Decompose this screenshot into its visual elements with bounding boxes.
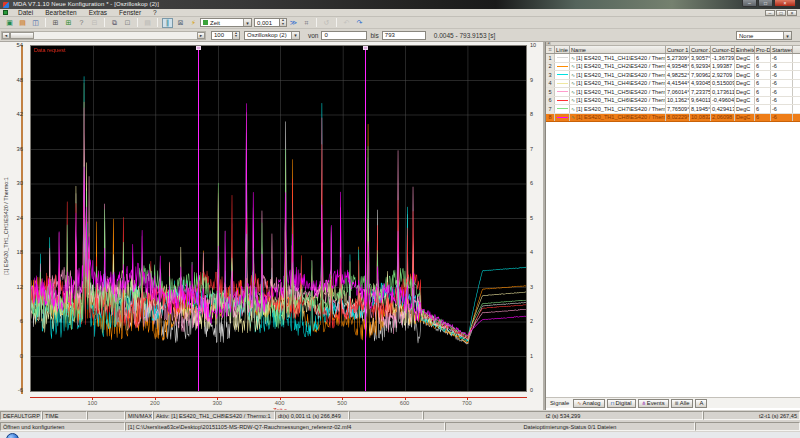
windows-start-orb[interactable] [6, 433, 19, 438]
cursor-1[interactable] [198, 46, 199, 391]
start-value: -6 [771, 71, 793, 79]
view-select[interactable]: Oszilloskop (2) ▾ [244, 31, 300, 40]
open-config-icon[interactable]: ▤ [17, 18, 28, 28]
table-row[interactable]: 2∿[1] ES420_TH1_CH2\ES420 / Thermo:14,93… [546, 63, 800, 72]
active-signal-cell: Aktiv: [1] ES420_TH1_CH8\ES420 / Thermo:… [153, 411, 275, 420]
header-cursor-diff[interactable]: Cursor-Diff. [711, 46, 735, 53]
table-row[interactable]: 8∿[1] ES420_TH1_CH8\ES420 / Thermo:18,02… [546, 114, 800, 123]
table-row[interactable]: 3∿[1] ES420_TH1_CH3\ES420 / Thermo:14,98… [546, 71, 800, 80]
table-row[interactable]: 1∿[1] ES420_TH1_CH1\ES420 / Thermo:15,27… [546, 54, 800, 63]
tab-a[interactable]: A [695, 399, 707, 408]
pan-icon[interactable]: ↺ [321, 18, 332, 28]
new-config-icon[interactable]: ▣ [4, 18, 15, 28]
sync-icon: ≫ [290, 19, 297, 27]
scroll-right-icon[interactable]: ► [197, 32, 205, 39]
cursor2-value: 10,0832° [690, 114, 711, 122]
header-einheiten[interactable]: Einheiten [735, 46, 755, 53]
new-window-icon[interactable]: ⊞ [50, 18, 61, 28]
mdi-restore-button[interactable]: □ [776, 10, 786, 16]
mdi-minimize-button[interactable]: – [765, 10, 775, 16]
add-window-icon[interactable]: ⊞ [63, 18, 74, 28]
row-number: 3 [546, 71, 555, 79]
tab-signale[interactable]: Signale [550, 400, 569, 406]
maximize-button[interactable]: □ [758, 0, 773, 7]
zoom-stepper[interactable]: ▲▼ [233, 31, 240, 40]
status-message: Öffnen und konfigurieren [0, 422, 125, 431]
save-config-icon: ◫ [32, 19, 39, 27]
mdi-close-button[interactable]: × [787, 10, 797, 16]
minmax-cell: MIN/MAX [125, 411, 153, 420]
header-cursor2[interactable]: Cursor 2 [690, 46, 711, 53]
minimize-button[interactable]: – [742, 0, 757, 7]
time-master-cell: TIME [42, 411, 87, 420]
zoom-percent-field[interactable]: 100 [211, 31, 233, 40]
table-row[interactable]: 7∿[1] ES420_TH1_CH7\ES420 / Thermo:17,76… [546, 105, 800, 114]
time-scrollbar[interactable]: ◄ ► [1, 31, 206, 40]
cursor-diff-value: -0,496046 [711, 97, 735, 105]
tab-analog[interactable]: ∿Analog [573, 399, 604, 408]
header-pro-div[interactable]: Pro-Div [755, 46, 771, 53]
table-row[interactable]: 4∿[1] ES420_TH1_CH4\ES420 / Thermo:14,41… [546, 80, 800, 89]
tab-buttons-container: ∿Analog⊓Digital⋔Events≣AlleA [573, 399, 709, 408]
save-config-icon[interactable]: ◫ [30, 18, 41, 28]
x-tick-mark [280, 398, 281, 400]
tab-digital[interactable]: ⊓Digital [607, 399, 636, 408]
cursor-mode-icon[interactable]: ∥ [162, 18, 173, 28]
cursor2-value: 3,9057° [690, 54, 711, 62]
window-config-icon[interactable]: ? [76, 18, 87, 28]
window-close-icon[interactable]: ⊟ [89, 18, 100, 28]
empty-cell [695, 422, 800, 431]
menu-bearbeiten[interactable]: Bearbeiten [39, 9, 82, 16]
y-right-tick: 0 [530, 387, 542, 393]
unit-value: DegC [735, 71, 755, 79]
tab-events[interactable]: ⋔Events [638, 399, 669, 408]
print-icon[interactable]: ▤ [142, 18, 153, 28]
cursor-2[interactable] [365, 46, 366, 391]
menu-datei[interactable]: Datei [12, 9, 39, 16]
header-cursor1[interactable]: Cursor 1 [666, 46, 690, 53]
menu-help[interactable]: ? [147, 9, 163, 16]
table-row[interactable]: 5∿[1] ES420_TH1_CH5\ES420 / Thermo:17,06… [546, 88, 800, 97]
filter-select[interactable]: None ▾ [736, 31, 792, 40]
menu-bar: Datei Bearbeiten Extras Fenster ? – □ × [0, 9, 800, 17]
sync-icon[interactable]: ≫ [288, 18, 299, 28]
redo-icon[interactable]: ↷ [354, 18, 365, 28]
signal-name: ∿[1] ES420_TH1_CH3\ES420 / Thermo:1 [570, 71, 666, 79]
header-name[interactable]: Name [570, 46, 666, 53]
menu-extras[interactable]: Extras [83, 9, 113, 16]
time-mode-select[interactable]: Zeit ▾ [200, 18, 252, 27]
menu-fenster[interactable]: Fenster [113, 9, 147, 16]
increment-stepper[interactable]: ▲▼ [280, 18, 287, 27]
y-left-tick: 6 [7, 318, 23, 324]
scroll-left-icon[interactable]: ◄ [546, 42, 551, 45]
bis-input[interactable]: 793 [382, 31, 426, 40]
scrollbar-thumb[interactable] [10, 32, 34, 39]
oscilloscope-plot[interactable]: Data request [30, 45, 527, 392]
x-tick-mark [155, 398, 156, 400]
increment-field[interactable]: 0,001 [254, 18, 280, 27]
grid-icon[interactable]: ⌗ [301, 18, 312, 28]
monitor-icon[interactable]: ⊡ [122, 18, 133, 28]
von-input[interactable]: 0 [321, 31, 367, 40]
flash-icon[interactable]: ⚡ [188, 18, 199, 28]
table-row[interactable]: 6∿[1] ES420_TH1_CH6\ES420 / Thermo:110,1… [546, 97, 800, 106]
tab-analog-icon: ∿ [577, 400, 581, 406]
header-startwert[interactable]: Startwert [771, 46, 793, 53]
layer-windows-icon[interactable]: ⧉ [109, 18, 120, 28]
x-tick: 500 [332, 400, 352, 406]
cursor-2-handle[interactable] [363, 46, 368, 50]
close-button[interactable]: × [774, 0, 796, 7]
x-tick-mark [405, 398, 406, 400]
cursor2-value: 7,90962° [690, 71, 711, 79]
header-linie[interactable]: Linie [555, 46, 570, 53]
scroll-left-icon[interactable]: ◄ [2, 32, 10, 39]
tab-alle[interactable]: ≣Alle [671, 399, 694, 408]
undo-icon[interactable]: ↶ [341, 18, 352, 28]
print-icon: ▤ [144, 19, 151, 27]
zoom-mode-icon[interactable]: ⊠ [175, 18, 186, 28]
cursor-1-handle[interactable] [196, 46, 201, 50]
start-value: -6 [771, 88, 793, 96]
line-color-sample [555, 97, 570, 105]
start-value: -6 [771, 80, 793, 88]
row-number: 4 [546, 80, 555, 88]
